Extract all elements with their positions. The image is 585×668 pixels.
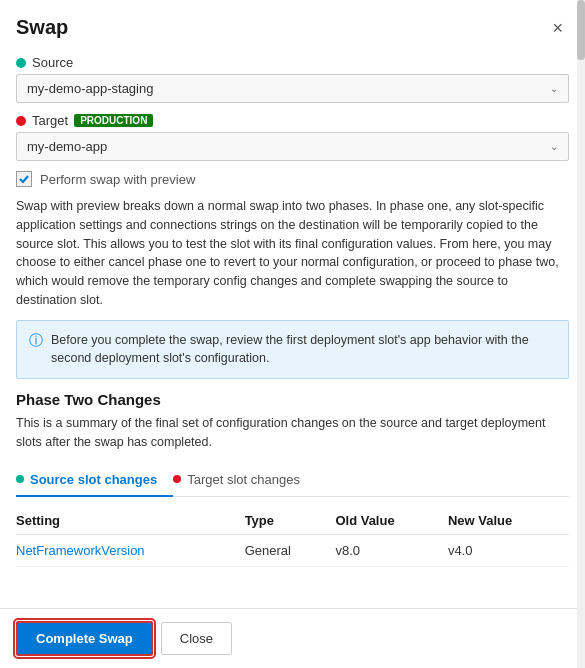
changes-table-wrap: Setting Type Old Value New Value NetFram… (16, 507, 569, 567)
col-setting: Setting (16, 507, 245, 535)
complete-swap-button[interactable]: Complete Swap (16, 621, 153, 656)
perform-swap-checkbox-row[interactable]: Perform swap with preview (16, 171, 569, 187)
close-icon[interactable]: × (546, 17, 569, 39)
production-badge: PRODUCTION (74, 114, 153, 127)
target-tab-label: Target slot changes (187, 472, 300, 487)
chevron-down-icon: ⌄ (550, 141, 558, 152)
target-dot-icon (16, 116, 26, 126)
source-tab-dot-icon (16, 475, 24, 483)
dialog-body: Source my-demo-app-staging ⌄ Target PROD… (0, 47, 585, 608)
target-label: Target PRODUCTION (16, 113, 569, 128)
cell-old-value: v8.0 (335, 534, 448, 566)
info-text: Before you complete the swap, review the… (51, 331, 556, 369)
phase-two-description: This is a summary of the final set of co… (16, 414, 569, 452)
table-row: NetFrameworkVersion General v8.0 v4.0 (16, 534, 569, 566)
col-old-value: Old Value (335, 507, 448, 535)
target-select[interactable]: my-demo-app ⌄ (16, 132, 569, 161)
target-field-group: Target PRODUCTION my-demo-app ⌄ (16, 113, 569, 161)
info-box: ⓘ Before you complete the swap, review t… (16, 320, 569, 380)
perform-swap-label: Perform swap with preview (40, 172, 195, 187)
source-dot-icon (16, 58, 26, 68)
checkbox-icon (16, 171, 32, 187)
swap-dialog: Swap × Source my-demo-app-staging ⌄ Targ… (0, 0, 585, 668)
target-tab-dot-icon (173, 475, 181, 483)
chevron-down-icon: ⌄ (550, 83, 558, 94)
scrollbar-thumb[interactable] (577, 0, 585, 60)
source-label: Source (16, 55, 569, 70)
dialog-footer: Complete Swap Close (0, 608, 585, 668)
col-new-value: New Value (448, 507, 569, 535)
cell-setting: NetFrameworkVersion (16, 534, 245, 566)
source-tab-label: Source slot changes (30, 472, 157, 487)
dialog-header: Swap × (0, 0, 585, 47)
tab-source-slot-changes[interactable]: Source slot changes (16, 464, 173, 497)
info-icon: ⓘ (29, 332, 43, 350)
cell-type: General (245, 534, 336, 566)
swap-description: Swap with preview breaks down a normal s… (16, 197, 569, 310)
source-select[interactable]: my-demo-app-staging ⌄ (16, 74, 569, 103)
cell-new-value: v4.0 (448, 534, 569, 566)
tab-target-slot-changes[interactable]: Target slot changes (173, 464, 316, 497)
tabs-row: Source slot changes Target slot changes (16, 464, 569, 497)
changes-table: Setting Type Old Value New Value NetFram… (16, 507, 569, 567)
source-field-group: Source my-demo-app-staging ⌄ (16, 55, 569, 103)
col-type: Type (245, 507, 336, 535)
close-button[interactable]: Close (161, 622, 232, 655)
dialog-title: Swap (16, 16, 68, 39)
phase-two-title: Phase Two Changes (16, 391, 569, 408)
scrollbar-track (577, 0, 585, 668)
